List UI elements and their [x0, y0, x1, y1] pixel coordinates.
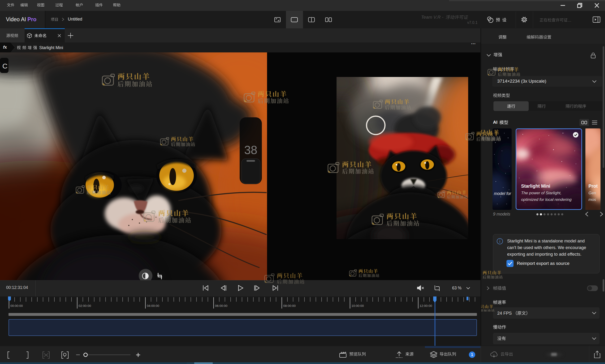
svg-text:08:00:00: 08:00:00: [283, 304, 296, 308]
svg-text:38: 38: [244, 143, 257, 157]
svg-text:06:00:00: 06:00:00: [215, 304, 228, 308]
svg-text:12:00:00: 12:00:00: [420, 304, 432, 308]
svg-text:00:00:00: 00:00:00: [10, 304, 23, 308]
svg-text:04:00:00: 04:00:00: [147, 304, 159, 308]
svg-text:C: C: [2, 62, 8, 70]
svg-text:10:00:00: 10:00:00: [351, 304, 364, 308]
svg-text:02:00:00: 02:00:00: [79, 304, 91, 308]
